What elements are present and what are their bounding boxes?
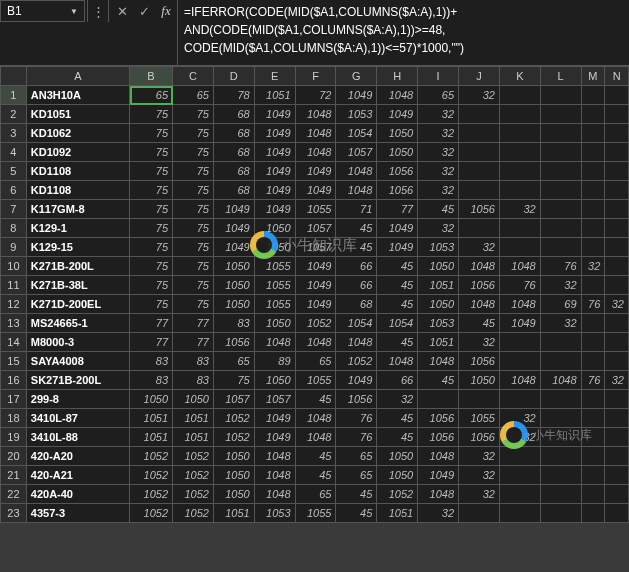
cell[interactable]: 75 (173, 295, 214, 314)
cell[interactable] (540, 333, 581, 352)
cell[interactable]: 1053 (418, 238, 459, 257)
row-head[interactable]: 4 (1, 143, 27, 162)
cell[interactable]: 76 (540, 257, 581, 276)
cell[interactable] (605, 200, 629, 219)
cell[interactable] (540, 124, 581, 143)
cell[interactable] (581, 390, 605, 409)
cell[interactable]: 45 (377, 276, 418, 295)
row-head[interactable]: 14 (1, 333, 27, 352)
cell[interactable]: 3410L-87 (26, 409, 129, 428)
cell[interactable]: 1048 (418, 352, 459, 371)
cell[interactable]: 1049 (295, 162, 336, 181)
cell[interactable]: 1056 (459, 352, 500, 371)
cell[interactable]: 1049 (377, 238, 418, 257)
cell[interactable]: 45 (377, 333, 418, 352)
cell[interactable]: 76 (336, 428, 377, 447)
cell[interactable]: 1048 (336, 333, 377, 352)
cell[interactable]: 1051 (130, 409, 173, 428)
cell[interactable] (605, 447, 629, 466)
cell[interactable]: 1052 (173, 466, 214, 485)
cell[interactable]: 1056 (459, 276, 500, 295)
cell[interactable]: 32 (540, 276, 581, 295)
cancel-icon[interactable]: ✕ (111, 0, 133, 22)
cell[interactable]: 32 (377, 390, 418, 409)
cell[interactable] (605, 124, 629, 143)
cell[interactable]: 32 (459, 485, 500, 504)
cell[interactable]: 1056 (336, 390, 377, 409)
cell[interactable]: 45 (418, 371, 459, 390)
cell[interactable]: 32 (605, 371, 629, 390)
row-head[interactable]: 17 (1, 390, 27, 409)
cell[interactable]: 1050 (254, 314, 295, 333)
row-head[interactable]: 3 (1, 124, 27, 143)
cell[interactable] (499, 352, 540, 371)
cell[interactable]: K271D-200EL (26, 295, 129, 314)
cell[interactable]: 45 (295, 447, 336, 466)
cell[interactable] (605, 105, 629, 124)
cell[interactable] (605, 314, 629, 333)
cell[interactable] (605, 276, 629, 295)
cell[interactable]: 1051 (213, 504, 254, 523)
cell[interactable]: 1048 (377, 352, 418, 371)
cell[interactable] (459, 219, 500, 238)
cell[interactable] (605, 428, 629, 447)
cell[interactable]: 1050 (213, 447, 254, 466)
cell[interactable]: KD1108 (26, 181, 129, 200)
cell[interactable] (540, 219, 581, 238)
cell[interactable] (499, 504, 540, 523)
cell[interactable]: 1049 (377, 219, 418, 238)
cell[interactable] (581, 447, 605, 466)
row-head[interactable]: 13 (1, 314, 27, 333)
cell[interactable] (605, 409, 629, 428)
cell[interactable]: K271B-38L (26, 276, 129, 295)
cell[interactable]: 75 (173, 143, 214, 162)
cell[interactable] (499, 181, 540, 200)
cell[interactable]: 1049 (295, 276, 336, 295)
cell[interactable] (459, 162, 500, 181)
cell[interactable]: KD1108 (26, 162, 129, 181)
cell[interactable]: 83 (213, 314, 254, 333)
cell[interactable]: 1054 (377, 314, 418, 333)
cell[interactable]: 77 (130, 314, 173, 333)
cell[interactable] (581, 314, 605, 333)
cell[interactable] (499, 238, 540, 257)
cell[interactable]: 32 (459, 238, 500, 257)
col-head-G[interactable]: G (336, 67, 377, 86)
cell[interactable] (540, 409, 581, 428)
cell[interactable]: MS24665-1 (26, 314, 129, 333)
cell[interactable]: 1054 (336, 314, 377, 333)
cell[interactable] (459, 504, 500, 523)
cell[interactable]: 1049 (213, 219, 254, 238)
cell[interactable]: 77 (130, 333, 173, 352)
cell[interactable]: 1055 (459, 409, 500, 428)
cell[interactable]: 1056 (459, 200, 500, 219)
cell[interactable] (581, 409, 605, 428)
cell[interactable]: 75 (130, 257, 173, 276)
cell[interactable]: 75 (173, 238, 214, 257)
col-head-J[interactable]: J (459, 67, 500, 86)
cell[interactable]: 1052 (213, 409, 254, 428)
cell[interactable]: 32 (499, 409, 540, 428)
cell[interactable] (581, 162, 605, 181)
cell[interactable]: 1049 (295, 181, 336, 200)
cell[interactable]: 1048 (336, 162, 377, 181)
cell[interactable]: 1048 (459, 295, 500, 314)
cell[interactable]: 1049 (499, 314, 540, 333)
cell[interactable]: 72 (295, 86, 336, 105)
cell[interactable] (540, 352, 581, 371)
cell[interactable]: 45 (336, 219, 377, 238)
cell[interactable]: 1050 (213, 276, 254, 295)
cell[interactable]: 1056 (418, 409, 459, 428)
cell[interactable]: 65 (173, 86, 214, 105)
cell[interactable] (499, 390, 540, 409)
cell[interactable]: 1050 (418, 295, 459, 314)
col-head-L[interactable]: L (540, 67, 581, 86)
cell[interactable]: 1054 (336, 124, 377, 143)
cell[interactable]: 83 (130, 371, 173, 390)
cell[interactable] (605, 219, 629, 238)
cell[interactable]: 1049 (254, 105, 295, 124)
row-head[interactable]: 7 (1, 200, 27, 219)
cell[interactable] (581, 428, 605, 447)
more-icon[interactable]: ⋮ (87, 0, 109, 22)
row-head[interactable]: 12 (1, 295, 27, 314)
